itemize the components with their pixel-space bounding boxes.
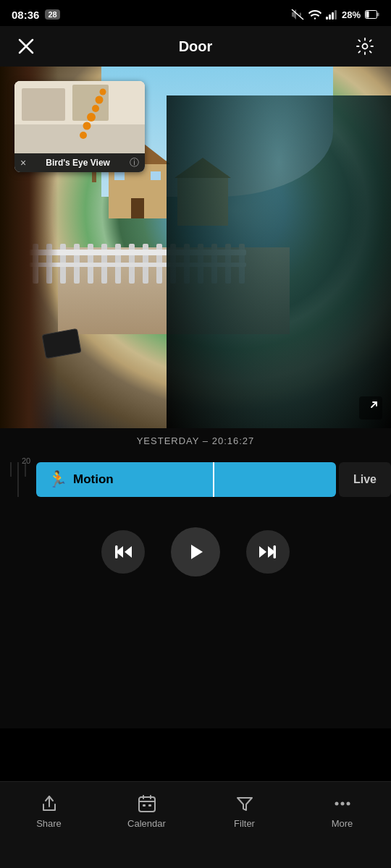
timestamp-text: YESTERDAY – 20:16:27 — [137, 435, 255, 446]
bottom-nav: Share Calendar Filter — [0, 781, 391, 868]
nav-item-more[interactable]: More — [310, 793, 375, 829]
svg-point-56 — [340, 802, 344, 806]
motion-label: Motion — [73, 472, 114, 487]
person-silhouette — [167, 95, 391, 428]
expand-button[interactable] — [359, 396, 382, 420]
svg-rect-54 — [148, 804, 151, 807]
svg-rect-46 — [274, 545, 277, 558]
status-right: 28% — [291, 9, 379, 20]
share-icon — [39, 793, 59, 814]
play-button[interactable] — [171, 527, 220, 576]
notification-badge: 28 — [45, 9, 59, 20]
house-1-window — [114, 171, 125, 180]
svg-rect-1 — [326, 17, 328, 20]
svg-rect-29 — [22, 88, 65, 121]
svg-rect-7 — [377, 13, 379, 17]
more-label: More — [332, 818, 353, 829]
skip-forward-button[interactable] — [246, 530, 290, 574]
svg-rect-42 — [115, 545, 118, 558]
more-icon — [332, 793, 353, 814]
birds-eye-close-button[interactable]: × — [20, 157, 26, 169]
svg-rect-6 — [366, 12, 369, 18]
status-left: 08:36 28 — [12, 9, 60, 21]
timestamp-bar: YESTERDAY – 20:16:27 — [0, 428, 391, 454]
timeline-track: 20 🏃 Motion Live — [0, 454, 391, 506]
wifi-icon — [308, 9, 321, 20]
svg-rect-49 — [139, 797, 155, 812]
dark-spacer — [0, 598, 391, 728]
birds-eye-map — [14, 81, 145, 153]
svg-rect-2 — [329, 14, 331, 20]
timeline-bars: 🏃 Motion Live — [36, 462, 391, 497]
timeline-section: 20 🏃 Motion Live — [0, 454, 391, 506]
calendar-icon — [137, 793, 157, 814]
calendar-label: Calendar — [127, 818, 166, 829]
svg-marker-47 — [259, 546, 266, 558]
page-title: Door — [179, 38, 213, 55]
nav-item-filter[interactable]: Filter — [212, 793, 277, 829]
motion-icon: 🏃 — [48, 470, 67, 489]
nav-item-share[interactable]: Share — [17, 793, 82, 829]
filter-icon — [235, 793, 255, 814]
timeline-left-padding — [0, 454, 36, 506]
svg-line-37 — [371, 402, 377, 407]
svg-point-31 — [80, 132, 87, 139]
birds-eye-info-button[interactable]: ⓘ — [130, 156, 139, 169]
svg-point-33 — [87, 113, 96, 122]
header: Door — [0, 26, 391, 67]
timeline-label: 20 — [22, 456, 30, 465]
svg-point-57 — [346, 802, 350, 806]
svg-point-34 — [92, 105, 99, 112]
share-label: Share — [36, 818, 62, 829]
live-label: Live — [353, 473, 377, 486]
camera-feed: × Bird's Eye View ⓘ — [0, 67, 391, 428]
birds-eye-overlay: × Bird's Eye View ⓘ — [14, 81, 145, 172]
svg-point-35 — [96, 96, 104, 104]
live-button[interactable]: Live — [339, 462, 391, 497]
time: 08:36 — [12, 9, 39, 21]
svg-point-32 — [83, 122, 91, 130]
house-1-door — [131, 198, 144, 218]
skip-back-button[interactable] — [101, 530, 145, 574]
svg-rect-4 — [335, 10, 337, 20]
settings-button[interactable] — [352, 33, 378, 59]
birds-eye-footer: × Bird's Eye View ⓘ — [14, 153, 145, 172]
battery-icon — [365, 10, 379, 19]
house-1-window2 — [151, 171, 161, 180]
svg-rect-28 — [14, 124, 145, 153]
birds-eye-label: Bird's Eye View — [46, 158, 110, 168]
mute-icon — [291, 9, 304, 20]
nav-item-calendar[interactable]: Calendar — [114, 793, 180, 829]
filter-label: Filter — [234, 818, 255, 829]
svg-marker-44 — [191, 545, 203, 559]
svg-point-55 — [335, 802, 338, 806]
playback-controls — [0, 506, 391, 598]
svg-point-10 — [362, 44, 367, 49]
signal-icon — [326, 9, 337, 20]
svg-rect-3 — [332, 12, 334, 20]
svg-rect-53 — [143, 804, 146, 807]
battery-percentage: 28% — [342, 9, 361, 20]
status-bar: 08:36 28 28% — [0, 0, 391, 26]
svg-point-36 — [100, 89, 106, 95]
svg-marker-43 — [125, 546, 132, 558]
close-button[interactable] — [13, 33, 39, 59]
timeline-cursor — [213, 462, 214, 497]
motion-bar[interactable]: 🏃 Motion — [36, 462, 336, 497]
